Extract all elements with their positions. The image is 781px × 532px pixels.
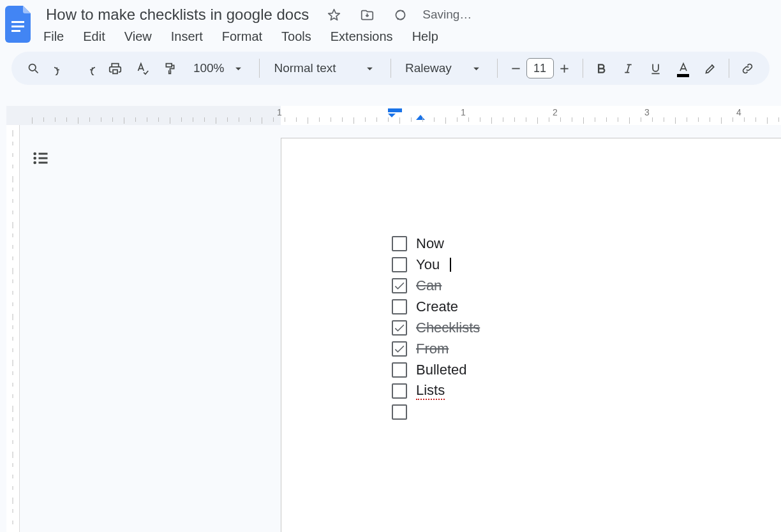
first-line-indent-handle[interactable] bbox=[388, 108, 402, 112]
checklist-item-text[interactable]: Can bbox=[416, 277, 442, 294]
checklist-item-text[interactable]: Now bbox=[416, 235, 444, 252]
redo-icon[interactable] bbox=[78, 57, 99, 79]
checkbox-checked-icon[interactable] bbox=[392, 341, 407, 357]
decrease-font-size-icon[interactable] bbox=[505, 57, 526, 79]
checklist-item[interactable] bbox=[392, 401, 480, 422]
underline-icon[interactable] bbox=[645, 57, 666, 79]
menu-extensions[interactable]: Extensions bbox=[331, 28, 393, 45]
svg-point-3 bbox=[29, 64, 36, 71]
menu-help[interactable]: Help bbox=[412, 28, 438, 45]
move-to-drive-icon[interactable] bbox=[356, 4, 378, 26]
checklist-item[interactable]: Lists bbox=[392, 380, 480, 401]
italic-icon[interactable] bbox=[618, 57, 639, 79]
zoom-dropdown[interactable]: 100% bbox=[187, 57, 252, 79]
horizontal-ruler[interactable]: 1 1 2 3 4 bbox=[6, 106, 781, 125]
zoom-value: 100% bbox=[193, 61, 225, 75]
star-icon[interactable] bbox=[323, 4, 345, 26]
docs-logo[interactable] bbox=[4, 4, 34, 45]
highlight-color-icon[interactable] bbox=[700, 57, 721, 79]
checklist-item[interactable]: Now bbox=[392, 233, 480, 254]
text-color-icon[interactable] bbox=[673, 57, 694, 79]
checkbox-unchecked-icon[interactable] bbox=[392, 404, 407, 420]
svg-rect-1 bbox=[11, 26, 24, 27]
menu-insert[interactable]: Insert bbox=[171, 28, 203, 45]
document-title[interactable]: How to make checklists in google docs bbox=[43, 4, 311, 25]
insert-link-icon[interactable] bbox=[737, 57, 758, 79]
spellcheck-icon[interactable] bbox=[132, 57, 153, 79]
menu-format[interactable]: Format bbox=[222, 28, 262, 45]
search-menus-icon[interactable] bbox=[23, 57, 44, 79]
checkbox-checked-icon[interactable] bbox=[392, 278, 407, 293]
checklist[interactable]: NowYouCanCreateChecklistsFromBulletedLis… bbox=[392, 233, 480, 422]
svg-rect-0 bbox=[11, 21, 24, 23]
checklist-item[interactable]: Checklists bbox=[392, 317, 480, 338]
chevron-down-icon bbox=[232, 62, 245, 75]
checklist-item-text[interactable]: Bulleted bbox=[416, 362, 467, 378]
font-dropdown[interactable]: Raleway bbox=[399, 57, 489, 79]
checkbox-unchecked-icon[interactable] bbox=[392, 299, 407, 314]
font-value: Raleway bbox=[405, 61, 452, 75]
chevron-down-icon bbox=[363, 62, 376, 75]
checkbox-unchecked-icon[interactable] bbox=[392, 236, 407, 251]
save-status: Saving… bbox=[422, 8, 472, 22]
ruler-number: 1 bbox=[277, 107, 282, 117]
print-icon[interactable] bbox=[105, 57, 126, 79]
checklist-item[interactable]: Create bbox=[392, 296, 480, 317]
menu-view[interactable]: View bbox=[124, 28, 152, 45]
checklist-item[interactable]: From bbox=[392, 338, 480, 359]
paragraph-style-value: Normal text bbox=[274, 61, 336, 75]
bold-icon[interactable] bbox=[591, 57, 612, 79]
ruler-number: 3 bbox=[644, 107, 650, 117]
checklist-item[interactable]: Bulleted bbox=[392, 359, 480, 380]
checklist-item[interactable]: You bbox=[392, 254, 480, 275]
ruler-number: 2 bbox=[553, 107, 558, 117]
ruler-number: 1 bbox=[461, 107, 466, 117]
menubar: File Edit View Insert Format Tools Exten… bbox=[43, 28, 781, 45]
checklist-item-text[interactable]: Create bbox=[416, 299, 458, 315]
undo-icon[interactable] bbox=[50, 57, 71, 79]
paint-format-icon[interactable] bbox=[160, 57, 181, 79]
checklist-item[interactable]: Can bbox=[392, 275, 480, 296]
cloud-status-icon[interactable] bbox=[389, 4, 411, 26]
font-size-input[interactable]: 11 bbox=[526, 58, 554, 78]
checklist-item-text[interactable]: From bbox=[416, 341, 449, 357]
paragraph-style-dropdown[interactable]: Normal text bbox=[267, 57, 383, 79]
checklist-item-text[interactable]: Lists bbox=[416, 382, 445, 400]
ruler-number: 4 bbox=[736, 107, 741, 117]
menu-edit[interactable]: Edit bbox=[83, 28, 105, 45]
checklist-item-text[interactable]: Checklists bbox=[416, 320, 480, 336]
svg-rect-2 bbox=[11, 30, 20, 32]
checklist-item-text[interactable]: You bbox=[416, 256, 440, 273]
text-cursor bbox=[450, 258, 451, 272]
toolbar: 100% Normal text Raleway 11 bbox=[11, 52, 770, 85]
checkbox-unchecked-icon[interactable] bbox=[392, 383, 407, 399]
menu-tools[interactable]: Tools bbox=[281, 28, 311, 45]
increase-font-size-icon[interactable] bbox=[554, 57, 575, 79]
checkbox-checked-icon[interactable] bbox=[392, 320, 407, 336]
checkbox-unchecked-icon[interactable] bbox=[392, 362, 407, 378]
menu-file[interactable]: File bbox=[43, 28, 64, 45]
checkbox-unchecked-icon[interactable] bbox=[392, 257, 407, 272]
chevron-down-icon bbox=[470, 62, 483, 75]
page[interactable] bbox=[281, 138, 781, 532]
